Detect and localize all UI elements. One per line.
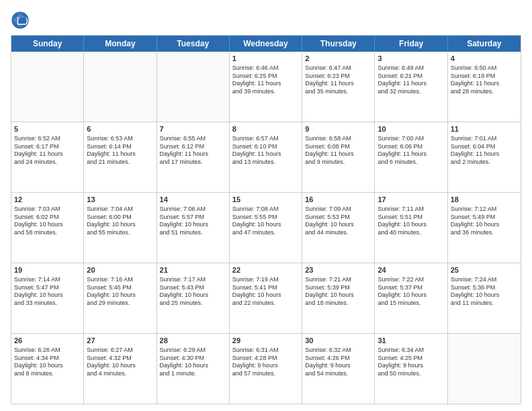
calendar-cell-6: 6Sunrise: 6:53 AM Sunset: 6:14 PM Daylig… xyxy=(84,122,157,192)
cell-text: Sunrise: 6:53 AM Sunset: 6:14 PM Dayligh… xyxy=(87,135,153,167)
day-number: 18 xyxy=(451,195,518,205)
calendar-cell-2: 2Sunrise: 6:47 AM Sunset: 6:23 PM Daylig… xyxy=(302,52,375,122)
day-number: 26 xyxy=(14,336,81,346)
calendar-container: SundayMondayTuesdayWednesdayThursdayFrid… xyxy=(0,0,532,411)
day-number: 24 xyxy=(378,265,444,275)
weekday-header-thursday: Thursday xyxy=(302,36,375,52)
day-number: 3 xyxy=(378,54,444,64)
calendar-cell-21: 21Sunrise: 7:17 AM Sunset: 5:43 PM Dayli… xyxy=(157,263,230,333)
cell-text: Sunrise: 7:03 AM Sunset: 6:02 PM Dayligh… xyxy=(14,205,81,237)
calendar-cell-13: 13Sunrise: 7:04 AM Sunset: 6:00 PM Dayli… xyxy=(84,193,157,263)
day-number: 5 xyxy=(14,124,81,134)
cell-text: Sunrise: 7:16 AM Sunset: 5:45 PM Dayligh… xyxy=(87,276,153,308)
cell-text: Sunrise: 6:32 AM Sunset: 4:26 PM Dayligh… xyxy=(305,347,371,378)
calendar-row-1: 1Sunrise: 6:46 AM Sunset: 6:25 PM Daylig… xyxy=(11,52,521,122)
weekday-header-saturday: Saturday xyxy=(448,36,521,52)
calendar: SundayMondayTuesdayWednesdayThursdayFrid… xyxy=(11,35,521,404)
day-number: 25 xyxy=(451,265,518,275)
calendar-cell-22: 22Sunrise: 7:19 AM Sunset: 5:41 PM Dayli… xyxy=(230,263,302,333)
cell-text: Sunrise: 7:09 AM Sunset: 5:53 PM Dayligh… xyxy=(305,205,371,237)
calendar-cell-3: 3Sunrise: 6:49 AM Sunset: 6:21 PM Daylig… xyxy=(375,52,447,122)
header xyxy=(11,11,521,30)
calendar-cell-16: 16Sunrise: 7:09 AM Sunset: 5:53 PM Dayli… xyxy=(302,193,375,263)
calendar-cell-24: 24Sunrise: 7:22 AM Sunset: 5:37 PM Dayli… xyxy=(375,263,447,333)
cell-text: Sunrise: 6:34 AM Sunset: 4:25 PM Dayligh… xyxy=(378,347,444,378)
cell-text: Sunrise: 7:24 AM Sunset: 5:36 PM Dayligh… xyxy=(451,276,518,308)
day-number: 23 xyxy=(305,265,371,275)
calendar-cell-empty xyxy=(11,52,84,122)
weekday-header-monday: Monday xyxy=(84,36,157,52)
calendar-cell-17: 17Sunrise: 7:11 AM Sunset: 5:51 PM Dayli… xyxy=(375,193,447,263)
day-number: 29 xyxy=(232,336,299,346)
day-number: 15 xyxy=(232,195,299,205)
calendar-row-3: 12Sunrise: 7:03 AM Sunset: 6:02 PM Dayli… xyxy=(11,193,521,263)
calendar-cell-7: 7Sunrise: 6:55 AM Sunset: 6:12 PM Daylig… xyxy=(157,122,230,192)
calendar-cell-15: 15Sunrise: 7:08 AM Sunset: 5:55 PM Dayli… xyxy=(230,193,302,263)
day-number: 7 xyxy=(160,124,226,134)
day-number: 19 xyxy=(14,265,81,275)
day-number: 6 xyxy=(87,124,153,134)
cell-text: Sunrise: 7:17 AM Sunset: 5:43 PM Dayligh… xyxy=(160,276,226,308)
day-number: 11 xyxy=(451,124,518,134)
calendar-cell-20: 20Sunrise: 7:16 AM Sunset: 5:45 PM Dayli… xyxy=(84,263,157,333)
cell-text: Sunrise: 7:21 AM Sunset: 5:39 PM Dayligh… xyxy=(305,276,371,308)
day-number: 9 xyxy=(305,124,371,134)
calendar-cell-empty xyxy=(84,52,157,122)
cell-text: Sunrise: 6:27 AM Sunset: 4:32 PM Dayligh… xyxy=(87,347,153,378)
day-number: 17 xyxy=(378,195,444,205)
calendar-cell-14: 14Sunrise: 7:06 AM Sunset: 5:57 PM Dayli… xyxy=(157,193,230,263)
weekday-header-tuesday: Tuesday xyxy=(157,36,230,52)
day-number: 27 xyxy=(87,336,153,346)
cell-text: Sunrise: 7:01 AM Sunset: 6:04 PM Dayligh… xyxy=(451,135,518,167)
calendar-cell-30: 30Sunrise: 6:32 AM Sunset: 4:26 PM Dayli… xyxy=(302,334,375,404)
cell-text: Sunrise: 7:12 AM Sunset: 5:49 PM Dayligh… xyxy=(451,205,518,237)
day-number: 13 xyxy=(87,195,153,205)
cell-text: Sunrise: 6:57 AM Sunset: 6:10 PM Dayligh… xyxy=(232,135,299,167)
weekday-header-wednesday: Wednesday xyxy=(230,36,302,52)
cell-text: Sunrise: 7:22 AM Sunset: 5:37 PM Dayligh… xyxy=(378,276,444,308)
day-number: 14 xyxy=(160,195,226,205)
cell-text: Sunrise: 6:47 AM Sunset: 6:23 PM Dayligh… xyxy=(305,64,371,96)
cell-text: Sunrise: 6:26 AM Sunset: 4:34 PM Dayligh… xyxy=(14,347,81,378)
calendar-cell-19: 19Sunrise: 7:14 AM Sunset: 5:47 PM Dayli… xyxy=(11,263,84,333)
cell-text: Sunrise: 6:46 AM Sunset: 6:25 PM Dayligh… xyxy=(232,64,299,96)
cell-text: Sunrise: 6:52 AM Sunset: 6:17 PM Dayligh… xyxy=(14,135,81,167)
calendar-cell-4: 4Sunrise: 6:50 AM Sunset: 6:19 PM Daylig… xyxy=(448,52,521,122)
calendar-row-4: 19Sunrise: 7:14 AM Sunset: 5:47 PM Dayli… xyxy=(11,263,521,334)
cell-text: Sunrise: 7:08 AM Sunset: 5:55 PM Dayligh… xyxy=(232,205,299,237)
day-number: 30 xyxy=(305,336,371,346)
calendar-cell-8: 8Sunrise: 6:57 AM Sunset: 6:10 PM Daylig… xyxy=(230,122,302,192)
cell-text: Sunrise: 7:14 AM Sunset: 5:47 PM Dayligh… xyxy=(14,276,81,308)
weekday-header-friday: Friday xyxy=(375,36,447,52)
calendar-cell-9: 9Sunrise: 6:58 AM Sunset: 6:08 PM Daylig… xyxy=(302,122,375,192)
cell-text: Sunrise: 7:04 AM Sunset: 6:00 PM Dayligh… xyxy=(87,205,153,237)
day-number: 16 xyxy=(305,195,371,205)
cell-text: Sunrise: 7:06 AM Sunset: 5:57 PM Dayligh… xyxy=(160,205,226,237)
day-number: 31 xyxy=(378,336,444,346)
calendar-cell-5: 5Sunrise: 6:52 AM Sunset: 6:17 PM Daylig… xyxy=(11,122,84,192)
day-number: 10 xyxy=(378,124,444,134)
cell-text: Sunrise: 7:11 AM Sunset: 5:51 PM Dayligh… xyxy=(378,205,444,237)
day-number: 8 xyxy=(232,124,299,134)
calendar-cell-23: 23Sunrise: 7:21 AM Sunset: 5:39 PM Dayli… xyxy=(302,263,375,333)
calendar-header: SundayMondayTuesdayWednesdayThursdayFrid… xyxy=(11,36,521,52)
calendar-cell-28: 28Sunrise: 6:29 AM Sunset: 4:30 PM Dayli… xyxy=(157,334,230,404)
logo-icon xyxy=(11,11,30,30)
day-number: 21 xyxy=(160,265,226,275)
cell-text: Sunrise: 7:19 AM Sunset: 5:41 PM Dayligh… xyxy=(232,276,299,308)
calendar-cell-10: 10Sunrise: 7:00 AM Sunset: 6:06 PM Dayli… xyxy=(375,122,447,192)
day-number: 22 xyxy=(232,265,299,275)
day-number: 1 xyxy=(232,54,299,64)
calendar-cell-empty xyxy=(157,52,230,122)
day-number: 28 xyxy=(160,336,226,346)
calendar-cell-29: 29Sunrise: 6:31 AM Sunset: 4:28 PM Dayli… xyxy=(230,334,302,404)
calendar-cell-empty xyxy=(448,334,521,404)
weekday-header-sunday: Sunday xyxy=(11,36,84,52)
cell-text: Sunrise: 7:00 AM Sunset: 6:06 PM Dayligh… xyxy=(378,135,444,167)
calendar-cell-27: 27Sunrise: 6:27 AM Sunset: 4:32 PM Dayli… xyxy=(84,334,157,404)
calendar-cell-31: 31Sunrise: 6:34 AM Sunset: 4:25 PM Dayli… xyxy=(375,334,447,404)
calendar-row-2: 5Sunrise: 6:52 AM Sunset: 6:17 PM Daylig… xyxy=(11,122,521,193)
cell-text: Sunrise: 6:55 AM Sunset: 6:12 PM Dayligh… xyxy=(160,135,226,167)
day-number: 20 xyxy=(87,265,153,275)
cell-text: Sunrise: 6:49 AM Sunset: 6:21 PM Dayligh… xyxy=(378,64,444,96)
